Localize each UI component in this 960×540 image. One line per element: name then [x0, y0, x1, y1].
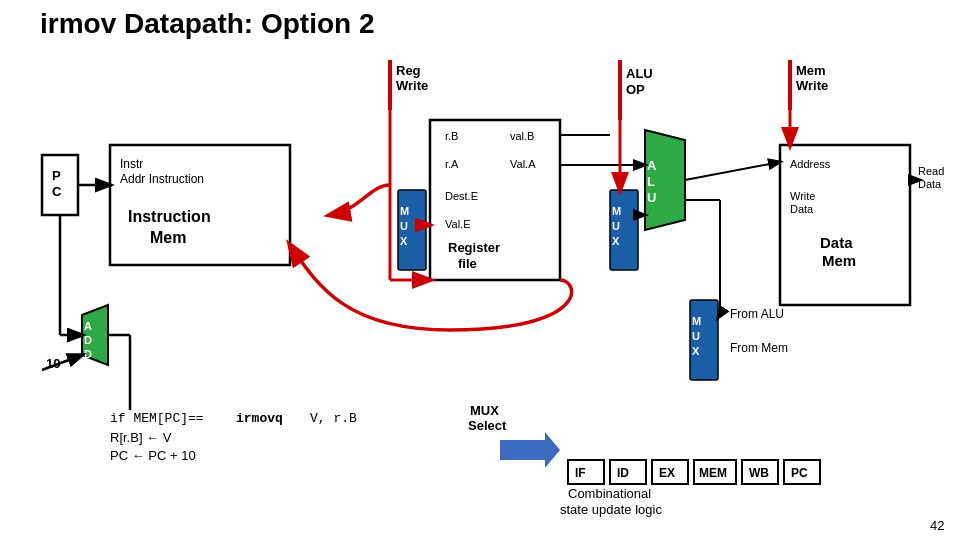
svg-text:Data: Data [820, 234, 853, 251]
svg-text:MUX: MUX [470, 403, 499, 418]
svg-text:X: X [612, 235, 620, 247]
svg-text:IF: IF [575, 466, 586, 480]
svg-text:Data: Data [790, 203, 814, 215]
svg-line-89 [685, 162, 780, 180]
svg-text:Instr: Instr [120, 157, 143, 171]
svg-text:A: A [647, 158, 657, 173]
svg-text:U: U [612, 220, 620, 232]
svg-text:10: 10 [46, 356, 60, 371]
svg-text:if MEM[PC]==: if MEM[PC]== [110, 411, 204, 426]
svg-marker-61 [500, 432, 560, 468]
svg-text:Select: Select [468, 418, 507, 433]
svg-text:OP: OP [626, 82, 645, 97]
svg-text:Data: Data [918, 178, 942, 190]
svg-text:Write: Write [790, 190, 815, 202]
svg-text:A: A [84, 320, 92, 332]
svg-text:ID: ID [617, 466, 629, 480]
svg-text:M: M [400, 205, 409, 217]
svg-text:Write: Write [796, 78, 828, 93]
svg-text:WB: WB [749, 466, 769, 480]
svg-text:ALU: ALU [626, 66, 653, 81]
svg-text:Instruction: Instruction [128, 208, 211, 225]
svg-text:U: U [400, 220, 408, 232]
svg-text:Mem: Mem [796, 63, 826, 78]
svg-text:Val.A: Val.A [510, 158, 536, 170]
svg-text:Address: Address [790, 158, 831, 170]
svg-text:Mem: Mem [150, 229, 186, 246]
svg-text:file: file [458, 256, 477, 271]
svg-text:From ALU: From ALU [730, 307, 784, 321]
svg-text:Dest.E: Dest.E [445, 190, 478, 202]
svg-text:r.A: r.A [445, 158, 459, 170]
svg-text:D: D [84, 348, 92, 360]
svg-text:state update logic: state update logic [560, 502, 662, 517]
svg-text:Register: Register [448, 240, 500, 255]
svg-text:M: M [692, 315, 701, 327]
svg-text:42: 42 [930, 518, 944, 533]
svg-text:C: C [52, 184, 62, 199]
svg-rect-62 [568, 460, 604, 484]
svg-text:PC: PC [791, 466, 808, 480]
svg-text:Val.E: Val.E [445, 218, 470, 230]
svg-text:val.B: val.B [510, 130, 534, 142]
svg-text:P: P [52, 168, 61, 183]
svg-text:irmovq: irmovq [236, 411, 283, 426]
svg-text:Addr  Instruction: Addr Instruction [120, 172, 204, 186]
svg-text:R[r.B] ← V: R[r.B] ← V [110, 430, 172, 445]
svg-text:From Mem: From Mem [730, 341, 788, 355]
svg-text:MEM: MEM [699, 466, 727, 480]
svg-text:Mem: Mem [822, 252, 856, 269]
svg-text:X: X [400, 235, 408, 247]
svg-text:X: X [692, 345, 700, 357]
svg-text:EX: EX [659, 466, 675, 480]
svg-text:Write: Write [396, 78, 428, 93]
svg-text:U: U [647, 190, 656, 205]
svg-text:D: D [84, 334, 92, 346]
svg-text:Reg: Reg [396, 63, 421, 78]
svg-text:Read: Read [918, 165, 944, 177]
svg-text:PC ← PC + 10: PC ← PC + 10 [110, 448, 196, 463]
svg-text:Combinational: Combinational [568, 486, 651, 501]
svg-text:U: U [692, 330, 700, 342]
svg-text:L: L [647, 174, 655, 189]
svg-text:M: M [612, 205, 621, 217]
svg-text:r.B: r.B [445, 130, 458, 142]
svg-text:V, r.B: V, r.B [310, 411, 357, 426]
